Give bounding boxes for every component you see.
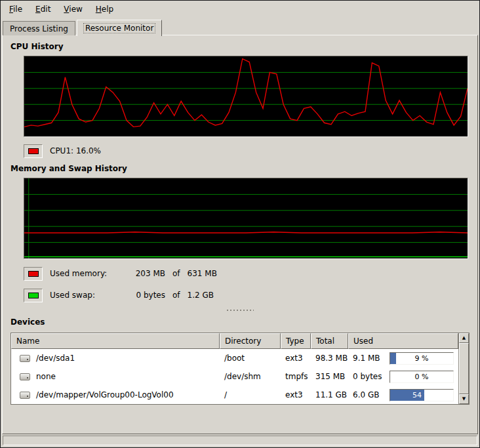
vertical-scrollbar: ▲ ▼ [458,333,469,404]
disk-icon [20,392,30,399]
device-type: ext3 [281,354,311,363]
memory-swap-history-graph [24,178,468,259]
status-bar [3,436,477,445]
used-swap-legend: Used swap: 0 bytes of 1.2 GB [24,287,471,303]
disk-icon [20,373,30,380]
device-type: tmpfs [281,372,311,381]
tab-bar: Process Listing Resource Monitor [1,17,479,35]
devices-table: Name Directory Type Total Used /dev/sda1… [10,333,470,405]
device-type: ext3 [281,390,311,399]
menu-file[interactable]: File [3,3,28,16]
cpu-history-title: CPU History [10,42,471,51]
used-swap-of: of [172,291,180,300]
device-name-cell: /dev/sda1 [11,354,220,363]
device-used-cell: 9.1 MB 9 % [348,352,458,365]
menu-edit[interactable]: Edit [30,3,56,16]
device-name: none [36,372,56,381]
used-swap-value: 0 bytes [127,291,165,300]
used-swap-total: 1.2 GB [188,291,214,300]
used-swap-label: Used swap: [50,291,127,300]
usage-progressbar: 9 % [390,352,454,365]
column-header-name[interactable]: Name [11,333,220,349]
usage-percent-label: 9 % [390,353,453,364]
usage-progressbar: 0 % [390,371,454,383]
usage-percent-label: 54 % [390,390,453,401]
device-total: 98.3 MB [311,354,348,363]
arrow-up-icon: ▲ [462,336,466,340]
used-memory-legend: Used memory: 203 MB of 631 MB [24,266,471,281]
devices-table-main: Name Directory Type Total Used /dev/sda1… [11,333,458,404]
scroll-down-button[interactable]: ▼ [459,394,469,404]
usage-percent-label: 0 % [390,371,453,382]
tab-label: Process Listing [10,24,68,33]
device-used-cell: 6.0 GB 54 % [348,389,458,401]
used-memory-label: Used memory: [50,269,127,278]
used-memory-total: 631 MB [188,269,217,278]
usage-progressbar: 54 % [390,389,454,401]
used-memory-swatch-box [24,267,43,281]
device-used-cell: 0 bytes 0 % [348,371,458,383]
device-name: /dev/mapper/VolGroup00-LogVol00 [36,390,174,399]
arrow-down-icon: ▼ [462,397,466,401]
device-name-cell: none [11,372,220,381]
table-header-row: Name Directory Type Total Used [11,333,458,349]
pane-resize-handle[interactable] [226,309,254,312]
resource-monitor-page: CPU History CPU1: 16.0% Memory and Swap … [2,35,478,434]
device-used: 6.0 GB [353,390,379,399]
cpu-legend-swatch [28,148,39,154]
disk-icon [20,355,30,362]
device-total: 11.1 GB [311,390,348,399]
used-memory-of: of [172,269,180,278]
menu-help[interactable]: Help [90,3,119,16]
device-total: 315 MB [311,372,348,381]
device-used: 0 bytes [353,372,382,381]
cpu-legend-label: CPU1: 16.0% [50,146,101,155]
tab-label: Resource Monitor [84,24,155,33]
table-row[interactable]: /dev/mapper/VolGroup00-LogVol00 / ext3 1… [11,386,458,404]
cpu-legend-swatch-box [24,144,43,158]
table-row[interactable]: /dev/sda1 /boot ext3 98.3 MB 9.1 MB 9 % [11,349,458,367]
cpu-legend: CPU1: 16.0% [24,143,471,159]
device-name-cell: /dev/mapper/VolGroup00-LogVol00 [11,390,220,399]
memory-legends: Used memory: 203 MB of 631 MB Used swap:… [9,266,471,303]
used-memory-swatch [28,271,39,277]
scrollbar-thumb[interactable] [459,343,469,394]
device-used: 9.1 MB [353,354,380,363]
column-header-total[interactable]: Total [311,333,348,349]
column-header-used[interactable]: Used [348,333,458,349]
device-directory: / [220,390,281,399]
column-header-directory[interactable]: Directory [220,333,281,349]
used-memory-value: 203 MB [127,269,165,278]
column-header-type[interactable]: Type [281,333,311,349]
device-directory: /boot [220,354,281,363]
system-monitor-window: File Edit View Help Process Listing Reso… [0,0,480,448]
tab-process-listing[interactable]: Process Listing [3,21,75,35]
device-name: /dev/sda1 [36,354,75,363]
device-directory: /dev/shm [220,372,281,381]
menubar: File Edit View Help [1,1,479,17]
used-swap-swatch [28,293,39,298]
scroll-up-button[interactable]: ▲ [459,333,469,343]
menu-view[interactable]: View [58,3,88,16]
table-row[interactable]: none /dev/shm tmpfs 315 MB 0 bytes 0 % [11,367,458,386]
used-swap-swatch-box [24,289,43,302]
memory-history-title: Memory and Swap History [10,164,471,173]
tab-resource-monitor[interactable]: Resource Monitor [77,20,162,36]
cpu-history-graph [24,56,468,137]
devices-title: Devices [10,317,471,327]
